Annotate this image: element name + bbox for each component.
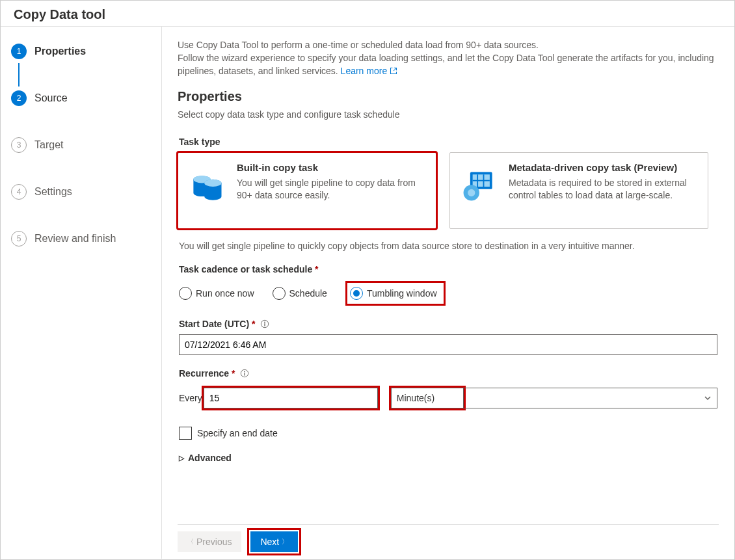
chevron-left-icon: 〈 bbox=[187, 537, 194, 546]
radio-icon bbox=[179, 287, 192, 300]
next-button[interactable]: Next 〉 bbox=[250, 531, 298, 552]
step-review[interactable]: 5 Review and finish bbox=[11, 227, 155, 250]
button-label: Next bbox=[260, 537, 279, 547]
intro-text: Use Copy Data Tool to perform a one-time… bbox=[178, 38, 719, 77]
step-number-icon: 1 bbox=[11, 44, 27, 59]
step-properties[interactable]: 1 Properties bbox=[11, 40, 155, 63]
page-title-text: Copy Data tool bbox=[14, 7, 105, 21]
svg-rect-16 bbox=[245, 373, 245, 375]
metadata-icon bbox=[459, 167, 498, 206]
step-source[interactable]: 2 Source bbox=[11, 87, 155, 110]
checkbox-label: Specify an end date bbox=[197, 428, 278, 438]
recurrence-unit-select[interactable]: Minute(s) bbox=[391, 388, 464, 408]
svg-point-15 bbox=[244, 371, 245, 373]
step-connector bbox=[18, 204, 155, 227]
checkbox-icon[interactable] bbox=[179, 427, 192, 440]
card-title: Built-in copy task bbox=[237, 162, 424, 173]
wizard-sidebar: 1 Properties 2 Source 3 Target 4 Setting… bbox=[1, 27, 162, 559]
step-settings[interactable]: 4 Settings bbox=[11, 180, 155, 204]
radio-icon bbox=[350, 287, 363, 300]
radio-label: Schedule bbox=[289, 288, 327, 299]
cadence-radio-group: Run once now Schedule Tumbling window bbox=[179, 281, 719, 306]
start-date-input[interactable] bbox=[179, 334, 717, 355]
step-label: Settings bbox=[34, 186, 72, 198]
end-date-checkbox-row[interactable]: Specify an end date bbox=[179, 427, 717, 440]
radio-schedule[interactable]: Schedule bbox=[273, 286, 330, 301]
card-builtin-copy[interactable]: Built-in copy task You will get single p… bbox=[178, 152, 436, 229]
cadence-label: Task cadence or task schedule * bbox=[179, 264, 719, 274]
task-type-description: You will get single pipeline to quickly … bbox=[179, 241, 719, 251]
database-icon bbox=[187, 167, 226, 206]
page-title: Copy Data tool bbox=[1, 1, 734, 27]
task-type-label: Task type bbox=[179, 137, 719, 147]
task-type-cards: Built-in copy task You will get single p… bbox=[178, 152, 719, 229]
step-label: Source bbox=[34, 92, 68, 104]
step-number-icon: 3 bbox=[11, 137, 27, 153]
step-number-icon: 5 bbox=[11, 231, 27, 247]
learn-more-link[interactable]: Learn more bbox=[341, 66, 397, 76]
wizard-footer: 〈 Previous Next 〉 bbox=[178, 524, 719, 552]
radio-run-once[interactable]: Run once now bbox=[179, 286, 257, 301]
info-icon[interactable] bbox=[260, 319, 269, 328]
button-label: Previous bbox=[196, 537, 232, 547]
step-label: Target bbox=[34, 139, 63, 151]
step-connector bbox=[18, 63, 155, 87]
advanced-label: Advanced bbox=[188, 453, 232, 463]
step-number-icon: 4 bbox=[11, 184, 27, 200]
select-value: Minute(s) bbox=[397, 393, 434, 403]
recurrence-unit-select-rest[interactable] bbox=[464, 388, 717, 408]
radio-tumbling-window[interactable]: Tumbling window bbox=[345, 281, 446, 306]
svg-point-3 bbox=[204, 180, 221, 187]
svg-point-12 bbox=[264, 322, 265, 323]
svg-rect-13 bbox=[265, 323, 265, 326]
intro-line1: Use Copy Data Tool to perform a one-time… bbox=[178, 40, 539, 50]
step-connector bbox=[18, 157, 155, 180]
recurrence-label: Recurrence * bbox=[179, 368, 719, 379]
radio-icon bbox=[273, 287, 286, 300]
step-connector bbox=[18, 110, 155, 133]
card-metadata-copy[interactable]: Metadata-driven copy task (Preview) Meta… bbox=[449, 152, 708, 229]
radio-label: Tumbling window bbox=[367, 288, 437, 299]
properties-subtext: Select copy data task type and configure… bbox=[178, 109, 719, 120]
previous-button: 〈 Previous bbox=[178, 531, 241, 552]
intro-line2: Follow the wizard experience to specify … bbox=[178, 53, 714, 76]
card-title: Metadata-driven copy task (Preview) bbox=[509, 162, 696, 173]
step-target[interactable]: 3 Target bbox=[11, 133, 155, 157]
properties-heading: Properties bbox=[178, 89, 719, 104]
step-number-icon: 2 bbox=[11, 90, 27, 106]
radio-label: Run once now bbox=[196, 288, 254, 299]
svg-point-10 bbox=[468, 189, 475, 196]
main-panel: Use Copy Data Tool to perform a one-time… bbox=[162, 27, 734, 559]
step-label: Review and finish bbox=[34, 233, 116, 245]
card-desc: You will get single pipeline to copy dat… bbox=[237, 177, 424, 202]
card-desc: Metadata is required to be stored in ext… bbox=[509, 177, 696, 202]
advanced-toggle[interactable]: ▷ Advanced bbox=[179, 453, 717, 463]
step-label: Properties bbox=[34, 46, 86, 57]
every-label: Every bbox=[179, 393, 202, 403]
recurrence-value-input[interactable] bbox=[204, 388, 378, 408]
chevron-right-icon: 〉 bbox=[282, 537, 288, 546]
triangle-right-icon: ▷ bbox=[179, 454, 184, 462]
chevron-down-icon bbox=[704, 394, 712, 402]
start-date-label: Start Date (UTC) * bbox=[179, 319, 719, 329]
external-link-icon bbox=[390, 67, 397, 75]
info-icon[interactable] bbox=[240, 369, 249, 378]
